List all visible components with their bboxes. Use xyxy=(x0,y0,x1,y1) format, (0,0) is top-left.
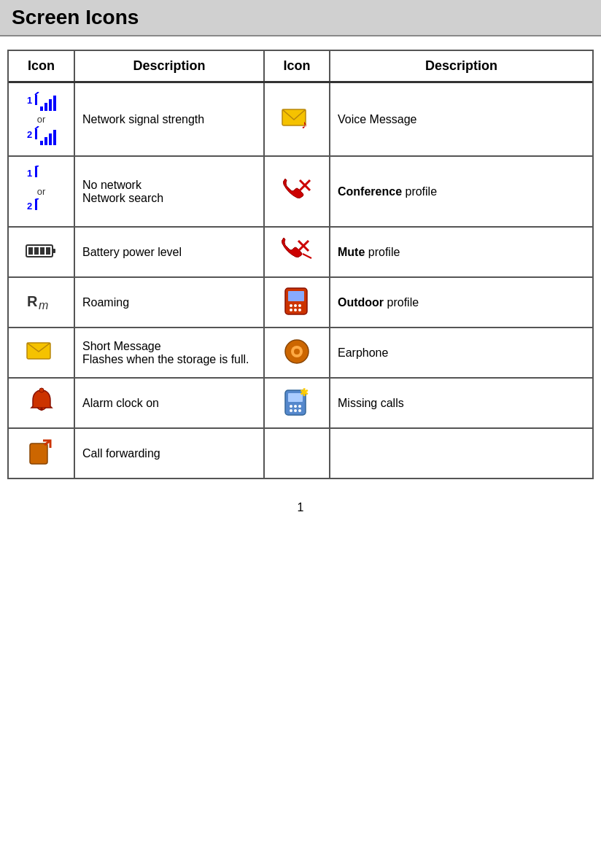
svg-rect-1 xyxy=(35,95,37,105)
svg-rect-17 xyxy=(35,167,37,177)
svg-rect-28 xyxy=(40,247,44,255)
svg-text:m: m xyxy=(39,299,48,311)
svg-text:1: 1 xyxy=(27,168,32,179)
earphone-desc: Earphone xyxy=(330,328,592,378)
svg-point-39 xyxy=(298,304,301,307)
svg-rect-12 xyxy=(49,133,52,145)
no-network-desc: No networkNetwork search xyxy=(74,156,264,227)
network-signal-strength-desc: Network signal strength xyxy=(74,82,264,157)
svg-text:2: 2 xyxy=(27,201,32,212)
short-message-desc: Short MessageFlashes when the storage is… xyxy=(74,328,264,378)
svg-rect-20 xyxy=(35,200,37,210)
svg-point-42 xyxy=(298,309,301,311)
col-header-icon1: Icon xyxy=(9,51,74,82)
roaming-icon: R m xyxy=(9,277,74,328)
outdoor-profile-desc: Outdoor profile xyxy=(330,277,592,328)
voice-message-desc: Voice Message xyxy=(330,82,592,157)
svg-rect-26 xyxy=(28,247,33,255)
svg-point-55 xyxy=(294,409,297,412)
svg-point-52 xyxy=(294,405,297,408)
svg-line-21 xyxy=(35,198,39,200)
svg-rect-27 xyxy=(34,247,39,255)
svg-text:R: R xyxy=(27,293,38,309)
table-row: Alarm clock on xyxy=(9,378,592,428)
svg-text:✱: ✱ xyxy=(300,387,309,398)
svg-line-2 xyxy=(35,92,39,95)
svg-rect-25 xyxy=(53,249,55,253)
svg-point-48 xyxy=(40,408,43,411)
svg-point-40 xyxy=(290,309,292,311)
svg-point-38 xyxy=(294,304,297,307)
mute-profile-desc: Mute profile xyxy=(330,227,592,277)
svg-text:2: 2 xyxy=(27,129,32,140)
network-signal-strength-icon: 1 or xyxy=(9,82,74,157)
table-container: Icon Description Icon Description 1 xyxy=(7,50,594,479)
svg-rect-10 xyxy=(40,141,43,145)
table-row: 1 or 2 No xyxy=(9,156,592,227)
table-row: 1 or xyxy=(9,82,592,157)
svg-line-18 xyxy=(35,166,39,167)
missing-calls-icon: ✱ xyxy=(264,378,330,428)
svg-point-54 xyxy=(290,409,292,412)
voice-message-icon: ♪ xyxy=(264,82,330,157)
svg-rect-4 xyxy=(44,103,47,111)
svg-point-46 xyxy=(294,349,300,354)
svg-point-47 xyxy=(39,388,44,392)
missing-calls-desc: Missing calls xyxy=(330,378,592,428)
svg-rect-58 xyxy=(30,443,47,464)
col-header-icon2: Icon xyxy=(264,51,330,82)
svg-line-32 xyxy=(303,254,311,258)
page-title: Screen Icons xyxy=(0,0,601,36)
svg-rect-3 xyxy=(40,106,43,111)
conference-profile-desc: Conference profile xyxy=(330,156,592,227)
svg-point-53 xyxy=(298,405,301,408)
table-row: Call forwarding xyxy=(9,428,592,478)
svg-point-37 xyxy=(290,304,292,307)
call-forwarding-icon xyxy=(9,428,74,478)
icons-table: Icon Description Icon Description 1 xyxy=(9,51,592,478)
svg-rect-29 xyxy=(46,247,50,255)
battery-power-level-icon xyxy=(9,227,74,277)
svg-rect-5 xyxy=(49,99,52,111)
svg-rect-11 xyxy=(44,137,47,145)
roaming-desc: Roaming xyxy=(74,277,264,328)
table-row: Short MessageFlashes when the storage is… xyxy=(9,328,592,378)
svg-rect-6 xyxy=(53,96,56,111)
empty-desc-cell xyxy=(330,428,592,478)
earphone-icon xyxy=(264,328,330,378)
svg-point-51 xyxy=(290,405,292,408)
col-header-desc2: Description xyxy=(330,51,592,82)
svg-line-9 xyxy=(35,126,39,129)
call-forwarding-desc: Call forwarding xyxy=(74,428,264,478)
svg-text:1: 1 xyxy=(27,95,32,106)
svg-text:♪: ♪ xyxy=(301,118,307,131)
mute-profile-icon xyxy=(264,227,330,277)
table-row: Battery power level xyxy=(9,227,592,277)
svg-rect-13 xyxy=(53,130,56,145)
outdoor-profile-icon xyxy=(264,277,330,328)
page: Screen Icons Icon Description Icon Descr… xyxy=(0,0,601,868)
alarm-clock-desc: Alarm clock on xyxy=(74,378,264,428)
battery-power-level-desc: Battery power level xyxy=(74,227,264,277)
svg-rect-36 xyxy=(288,291,304,301)
svg-point-41 xyxy=(294,309,297,311)
empty-icon-cell xyxy=(264,428,330,478)
page-number: 1 xyxy=(0,501,601,514)
conference-profile-icon xyxy=(264,156,330,227)
svg-point-56 xyxy=(298,409,301,412)
table-row: R m Roaming xyxy=(9,277,592,328)
no-network-icon: 1 or 2 xyxy=(9,156,74,227)
short-message-icon xyxy=(9,328,74,378)
col-header-desc1: Description xyxy=(74,51,264,82)
alarm-clock-icon xyxy=(9,378,74,428)
svg-rect-8 xyxy=(35,129,37,139)
